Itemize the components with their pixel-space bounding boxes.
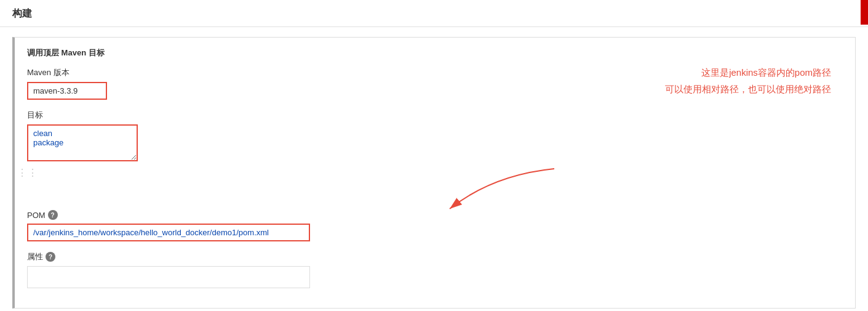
properties-section: 属性 ? — [27, 251, 843, 288]
panel-title: 调用顶层 Maven 目标 — [27, 47, 843, 59]
pom-help-icon[interactable]: ? — [48, 210, 58, 220]
page-container: 构建 ⋮⋮ 调用顶层 Maven 目标 Maven 版本 目标 clean pa… — [0, 0, 868, 311]
maven-panel: ⋮⋮ 调用顶层 Maven 目标 Maven 版本 目标 clean packa… — [12, 37, 856, 309]
spacer — [27, 173, 843, 210]
goals-label: 目标 — [27, 110, 843, 121]
properties-input-area[interactable] — [27, 266, 310, 288]
maven-version-label: Maven 版本 — [27, 67, 843, 78]
properties-label: 属性 ? — [27, 251, 843, 262]
goals-textarea[interactable]: clean package — [27, 124, 138, 161]
drag-handle[interactable]: ⋮⋮ — [17, 168, 38, 178]
maven-version-section: Maven 版本 — [27, 67, 843, 100]
section-header: 构建 — [0, 0, 868, 27]
red-accent-bar — [861, 0, 868, 25]
properties-help-icon[interactable]: ? — [46, 252, 55, 262]
maven-version-input[interactable] — [27, 82, 107, 100]
pom-section: POM ? — [27, 210, 843, 241]
section-title: 构建 — [12, 8, 32, 18]
pom-label: POM ? — [27, 210, 843, 220]
goals-section: 目标 clean package — [27, 110, 843, 163]
pom-input[interactable] — [27, 224, 310, 241]
content-area: ⋮⋮ 调用顶层 Maven 目标 Maven 版本 目标 clean packa… — [0, 27, 868, 311]
